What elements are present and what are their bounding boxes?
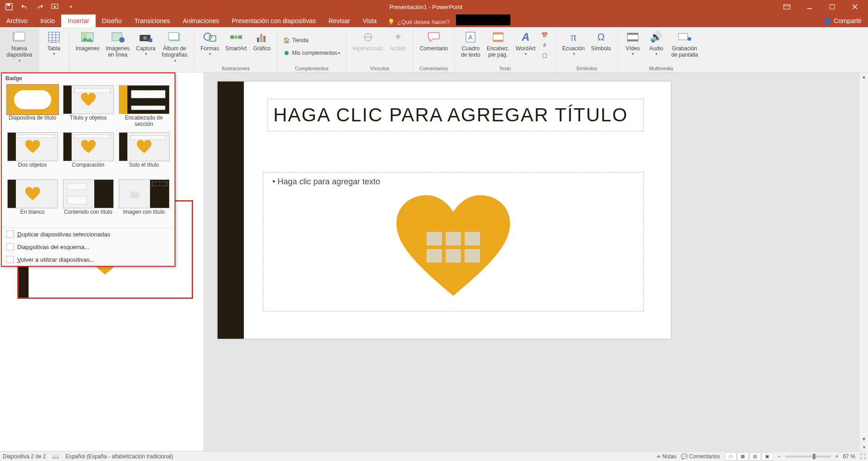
audio-icon: 🔊 bbox=[649, 30, 664, 44]
mis-complementos-button[interactable]: ⬣ Mis complementos bbox=[281, 49, 342, 58]
fecha-hora-button[interactable]: 📅 bbox=[539, 31, 552, 40]
zoom-in-button[interactable]: + bbox=[835, 453, 839, 460]
tab-insertar[interactable]: Insertar bbox=[61, 14, 95, 27]
start-slideshow-icon[interactable] bbox=[51, 2, 60, 11]
video-label: Vídeo bbox=[626, 45, 640, 52]
ribbon: Nueva diapositiva Tabla Imágenes Imágene… bbox=[0, 27, 868, 72]
svg-rect-19 bbox=[230, 35, 234, 39]
encabez-button[interactable]: Encabez. pie pág. bbox=[484, 29, 512, 59]
layout-dos-objetos[interactable]: Dos objetos bbox=[5, 131, 59, 177]
scroll-down-icon[interactable]: ▼ bbox=[860, 435, 868, 443]
tab-vista[interactable]: Vista bbox=[356, 14, 383, 27]
svg-point-13 bbox=[143, 36, 147, 40]
menu-diapositivas-esquema[interactable]: Diapositivas del esquema... bbox=[2, 240, 175, 253]
notes-button[interactable]: ≐ Notas bbox=[656, 453, 677, 460]
imagenes-button[interactable]: Imágenes bbox=[73, 29, 102, 53]
next-slide-icon[interactable]: ▾ bbox=[860, 443, 868, 451]
view-reading-icon[interactable]: ▤ bbox=[749, 452, 761, 461]
scroll-up-icon[interactable]: ▲ bbox=[860, 72, 868, 81]
tell-me-search[interactable]: 💡 ¿Qué desea hacer? bbox=[383, 17, 454, 27]
tab-archivo[interactable]: Archivo bbox=[0, 14, 34, 27]
status-language[interactable]: Español (España - alfabetización tradici… bbox=[65, 453, 173, 460]
maximize-icon[interactable] bbox=[822, 0, 843, 14]
simbolo-button[interactable]: Ω Símbolo bbox=[588, 29, 614, 53]
status-slide-indicator[interactable]: Diapositiva 2 de 2 bbox=[3, 453, 46, 460]
view-slideshow-icon[interactable]: ▣ bbox=[761, 452, 773, 461]
menu-volver-utilizar[interactable]: Volver a utilizar diapositivas... bbox=[2, 253, 175, 266]
imagenes-linea-label: Imágenes en línea bbox=[106, 45, 130, 58]
accion-button[interactable]: ✦ Acción bbox=[387, 29, 409, 53]
tell-me-placeholder: ¿Qué desea hacer? bbox=[398, 19, 450, 25]
layout-label: Contenido con título bbox=[64, 209, 112, 223]
zoom-level[interactable]: 67 % bbox=[843, 453, 855, 460]
video-button[interactable]: Vídeo bbox=[621, 29, 644, 58]
zoom-out-button[interactable]: − bbox=[778, 453, 781, 460]
comentario-button[interactable]: Comentario bbox=[417, 29, 451, 53]
wordart-button[interactable]: A WordArt bbox=[513, 29, 538, 58]
share-button[interactable]: 👤 Compartir bbox=[817, 14, 868, 27]
view-sorter-icon[interactable]: ▦ bbox=[737, 452, 749, 461]
audio-button[interactable]: 🔊 Audio bbox=[645, 29, 668, 58]
insert-picture-icon[interactable] bbox=[427, 249, 442, 263]
tab-revisar[interactable]: Revisar bbox=[322, 14, 356, 27]
tab-presentacion[interactable]: Presentación con diapositivas bbox=[225, 14, 322, 27]
album-button[interactable]: Álbum de fotografías bbox=[159, 29, 190, 64]
svg-rect-16 bbox=[169, 33, 179, 40]
captura-button[interactable]: Captura bbox=[133, 29, 158, 58]
tab-inicio[interactable]: Inicio bbox=[34, 14, 62, 27]
nueva-diapositiva-button[interactable]: Nueva diapositiva bbox=[4, 29, 35, 64]
layout-diapositiva-de-titulo[interactable]: Diapositiva de título bbox=[5, 84, 59, 130]
zoom-slider[interactable] bbox=[786, 456, 831, 457]
grafico-button[interactable]: Gráfico bbox=[251, 29, 274, 53]
title-placeholder[interactable]: HAGA CLIC PARA AGREGAR TÍTULO bbox=[267, 99, 644, 131]
insert-chart-icon[interactable] bbox=[446, 232, 461, 245]
layout-imagen-con-titulo[interactable]: Imagen con título bbox=[117, 178, 171, 224]
spellcheck-icon[interactable]: 📖 bbox=[52, 453, 59, 460]
close-icon[interactable] bbox=[844, 0, 865, 14]
layout-label: Encabezado de sección bbox=[118, 115, 170, 129]
slide[interactable]: HAGA CLIC PARA AGREGAR TÍTULO Haga clic … bbox=[218, 82, 671, 339]
cuadro-texto-button[interactable]: A Cuadro de texto bbox=[458, 29, 483, 59]
comments-button[interactable]: 💬 Comentarios bbox=[681, 453, 720, 460]
qat-customize-icon[interactable]: ▾ bbox=[66, 2, 75, 11]
accion-label: Acción bbox=[390, 45, 406, 52]
content-placeholder[interactable]: Haga clic para agregar texto bbox=[263, 172, 644, 312]
view-normal-icon[interactable]: ▭ bbox=[725, 452, 737, 461]
tab-diseno[interactable]: Diseño bbox=[96, 14, 128, 27]
layout-solo-el-titulo[interactable]: Solo el título bbox=[117, 131, 171, 177]
vertical-scrollbar[interactable]: ▲ ▼ ▾ bbox=[860, 72, 868, 451]
undo-icon[interactable] bbox=[20, 2, 29, 11]
tienda-button[interactable]: 🏠 Tienda bbox=[281, 36, 310, 45]
insert-smartart-icon[interactable] bbox=[465, 232, 480, 245]
shapes-icon bbox=[203, 30, 217, 44]
formas-button[interactable]: Formas bbox=[198, 29, 222, 58]
layout-titulo-y-objetos[interactable]: Título y objetos bbox=[61, 84, 115, 130]
svg-rect-6 bbox=[14, 32, 25, 40]
layout-encabezado-seccion[interactable]: Encabezado de sección bbox=[117, 84, 171, 130]
fit-to-window-icon[interactable]: ⛶ bbox=[860, 453, 865, 460]
layout-en-blanco[interactable]: En blanco bbox=[5, 178, 59, 224]
formas-label: Formas bbox=[201, 45, 219, 52]
grabacion-button[interactable]: Grabación de pantalla bbox=[669, 29, 701, 59]
ribbon-display-options-icon[interactable] bbox=[776, 0, 797, 14]
svg-rect-33 bbox=[679, 34, 688, 40]
layout-contenido-con-titulo[interactable]: Contenido con título bbox=[61, 178, 115, 224]
smartart-button[interactable]: SmartArt bbox=[223, 29, 249, 53]
insert-table-icon[interactable] bbox=[427, 232, 442, 245]
numero-diapositiva-button[interactable]: # bbox=[539, 41, 552, 50]
tab-animaciones[interactable]: Animaciones bbox=[176, 14, 225, 27]
hipervinculo-button[interactable]: Hipervínculo bbox=[350, 29, 386, 53]
tabla-button[interactable]: Tabla bbox=[43, 29, 65, 58]
redo-icon[interactable] bbox=[35, 2, 44, 11]
ecuacion-button[interactable]: π Ecuación bbox=[560, 29, 587, 58]
save-icon[interactable] bbox=[5, 2, 14, 11]
tab-transiciones[interactable]: Transiciones bbox=[128, 14, 176, 27]
minimize-icon[interactable] bbox=[799, 0, 820, 14]
insert-video-icon[interactable] bbox=[465, 249, 480, 263]
imagenes-en-linea-button[interactable]: Imágenes en línea bbox=[103, 29, 132, 59]
insert-online-picture-icon[interactable] bbox=[446, 249, 461, 263]
objeto-button[interactable]: ▢ bbox=[539, 51, 552, 60]
menu-duplicar-diapositivas[interactable]: Duplicar diapositivas seleccionadas bbox=[2, 228, 175, 240]
layout-comparacion[interactable]: Comparación bbox=[61, 131, 115, 177]
grabacion-label: Grabación de pantalla bbox=[671, 45, 698, 58]
